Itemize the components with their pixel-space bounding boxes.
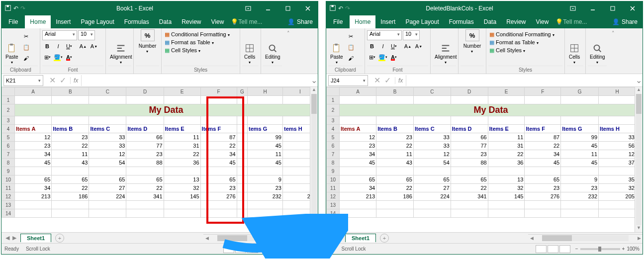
tab-data[interactable]: Data — [154, 15, 177, 28]
cell[interactable]: 99 — [561, 133, 599, 142]
cell[interactable] — [164, 116, 200, 125]
cell[interactable] — [237, 175, 247, 184]
fill-color-button[interactable]: 🪣▾ — [53, 52, 63, 62]
cell[interactable]: 12 — [413, 150, 451, 159]
cell[interactable] — [248, 201, 283, 209]
row-header[interactable]: 5 — [327, 133, 340, 142]
cell[interactable]: 66 — [451, 133, 488, 142]
cell[interactable] — [413, 167, 451, 175]
header-cell[interactable]: Items F — [525, 125, 561, 133]
column-header[interactable]: H — [599, 87, 636, 96]
cell[interactable] — [237, 133, 247, 142]
cell[interactable] — [488, 167, 525, 175]
enter-formula-icon[interactable]: ✓ — [60, 76, 66, 85]
cell[interactable]: 11 — [52, 150, 89, 159]
cell[interactable]: 12 — [15, 133, 52, 142]
cell[interactable] — [488, 96, 525, 104]
cell[interactable] — [52, 201, 89, 209]
tab-data[interactable]: Data — [479, 15, 501, 28]
ribbon-opts-icon[interactable] — [238, 1, 258, 15]
cell[interactable] — [413, 201, 451, 209]
cell[interactable] — [451, 167, 488, 175]
cell[interactable] — [451, 116, 488, 125]
italic-button[interactable]: I — [53, 41, 63, 51]
cell[interactable] — [525, 96, 561, 104]
cell[interactable]: 213 — [15, 192, 52, 201]
cell[interactable] — [561, 116, 599, 125]
cell[interactable] — [248, 116, 283, 125]
tell-me[interactable]: 💡 Tell me... — [553, 15, 607, 28]
cell[interactable]: 341 — [126, 192, 164, 201]
add-sheet-button[interactable]: + — [55, 234, 64, 243]
percent-button[interactable]: % — [141, 29, 155, 41]
cell[interactable]: 45 — [561, 142, 599, 150]
cell[interactable] — [89, 167, 126, 175]
italic-button[interactable]: I — [378, 41, 388, 51]
cell[interactable] — [164, 167, 200, 175]
fill-color-button[interactable]: 🪣▾ — [378, 52, 388, 62]
row-header[interactable]: 12 — [327, 192, 340, 201]
cell[interactable]: 12 — [599, 150, 636, 159]
cell[interactable] — [376, 96, 414, 104]
cell[interactable]: 22 — [376, 184, 414, 192]
row-header[interactable]: 13 — [2, 201, 15, 209]
cell[interactable] — [376, 201, 414, 209]
cell[interactable] — [599, 116, 636, 125]
share-button[interactable]: 👤 Share — [607, 15, 643, 28]
tab-view[interactable]: View — [531, 15, 554, 28]
cell[interactable]: 27 — [413, 184, 451, 192]
cell[interactable]: 34 — [200, 150, 237, 159]
cell[interactable]: 65 — [126, 175, 164, 184]
tab-insert[interactable]: Insert — [375, 15, 400, 28]
column-header[interactable]: G — [561, 87, 599, 96]
view-page-break-button[interactable] — [559, 245, 570, 253]
font-color-button[interactable]: A▾ — [389, 52, 399, 62]
cell[interactable]: 36 — [164, 159, 200, 167]
ribbon-opts-icon[interactable] — [563, 1, 583, 15]
header-cell[interactable] — [237, 125, 247, 133]
cell[interactable] — [340, 116, 376, 125]
vertical-scrollbar[interactable]: ▲▼ — [310, 87, 318, 232]
row-header[interactable]: 1 — [327, 96, 340, 104]
view-page-layout-button[interactable] — [235, 245, 246, 253]
zoom-in-button[interactable]: + — [310, 246, 313, 252]
cell[interactable]: 65 — [52, 175, 89, 184]
header-cell[interactable]: tems G — [248, 125, 283, 133]
paste-button[interactable]: Paste▾ — [328, 29, 345, 66]
bold-button[interactable]: B — [42, 41, 52, 51]
cell[interactable]: 27 — [89, 184, 126, 192]
cell[interactable]: 22 — [52, 184, 89, 192]
shrink-font-button[interactable]: A▼ — [89, 41, 99, 51]
cell[interactable] — [126, 96, 164, 104]
cell[interactable]: 88 — [126, 159, 164, 167]
cancel-formula-icon[interactable]: ✕ — [374, 76, 380, 85]
cell[interactable]: 23 — [52, 133, 89, 142]
cell[interactable] — [340, 167, 376, 175]
cell[interactable]: 65 — [89, 175, 126, 184]
cell[interactable]: 31 — [488, 142, 525, 150]
formula-bar[interactable] — [81, 75, 310, 86]
tab-formulas[interactable]: Formulas — [119, 15, 154, 28]
cell[interactable]: 13 — [488, 175, 525, 184]
bold-button[interactable]: B — [367, 41, 377, 51]
header-cell[interactable]: Items D — [126, 125, 164, 133]
cell[interactable]: 45 — [15, 159, 52, 167]
header-cell[interactable]: Items B — [52, 125, 89, 133]
cell[interactable]: 22 — [52, 142, 89, 150]
tab-file[interactable]: File — [326, 15, 350, 28]
cell[interactable] — [15, 167, 52, 175]
number-button[interactable]: Number▾ — [137, 42, 159, 55]
cell[interactable]: 45 — [340, 159, 376, 167]
column-header[interactable]: F — [200, 87, 237, 96]
cell[interactable]: 88 — [451, 159, 488, 167]
editing-button[interactable]: Editing▾ — [263, 29, 282, 66]
maximize-button[interactable] — [278, 1, 298, 15]
underline-button[interactable]: U▾ — [389, 41, 399, 51]
cell[interactable]: 54 — [413, 159, 451, 167]
cell[interactable]: 32 — [599, 184, 636, 192]
close-button[interactable] — [298, 1, 318, 15]
cell[interactable]: 34 — [340, 184, 376, 192]
row-header[interactable]: 4 — [327, 125, 340, 133]
cell[interactable] — [248, 209, 283, 218]
minimize-button[interactable] — [583, 1, 603, 15]
